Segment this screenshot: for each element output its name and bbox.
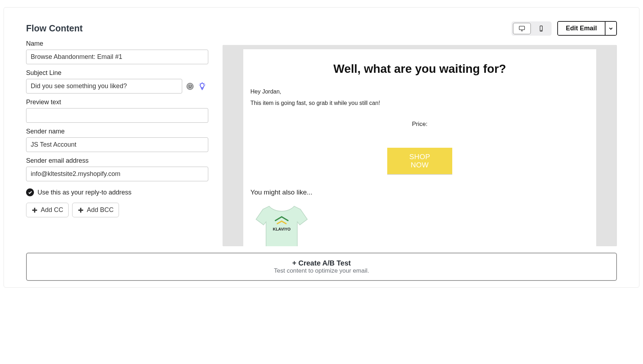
desktop-view-button[interactable] xyxy=(513,23,531,34)
add-cc-label: Add CC xyxy=(41,206,63,214)
shop-now-button[interactable]: SHOP NOW xyxy=(387,148,452,174)
also-like-heading: You might also like... xyxy=(250,188,589,196)
edit-email-button[interactable]: Edit Email xyxy=(558,22,605,35)
subject-input[interactable] xyxy=(26,79,182,93)
add-bcc-button[interactable]: Add BCC xyxy=(72,203,119,217)
ab-test-subtitle: Test content to optimize your email. xyxy=(30,267,613,274)
chevron-down-icon xyxy=(609,26,613,31)
emoji-icon[interactable] xyxy=(186,82,194,91)
svg-text:KLAVIYO: KLAVIYO xyxy=(273,227,291,231)
check-icon xyxy=(26,188,34,196)
edit-email-dropdown[interactable] xyxy=(605,22,616,35)
mobile-view-button[interactable] xyxy=(532,23,550,34)
email-preview-frame: Well, what are you waiting for? Hey Jord… xyxy=(223,45,617,246)
preview-text-input[interactable] xyxy=(26,108,208,123)
sender-email-label: Sender email address xyxy=(26,157,208,165)
email-body-line: This item is going fast, so grab it whil… xyxy=(250,100,589,106)
name-input[interactable] xyxy=(26,50,208,64)
mobile-icon xyxy=(538,25,545,32)
name-field-group: Name xyxy=(26,40,208,64)
reply-to-checkbox-row[interactable]: Use this as your reply-to address xyxy=(26,188,208,196)
preview-text-label: Preview text xyxy=(26,98,208,106)
subject-label: Subject Line xyxy=(26,69,208,77)
edit-email-split-button: Edit Email xyxy=(557,21,617,36)
email-preview-body: Well, what are you waiting for? Hey Jord… xyxy=(243,49,596,246)
sender-email-input[interactable] xyxy=(26,167,208,181)
tshirt-icon: KLAVIYO xyxy=(250,201,313,246)
subject-field-group: Subject Line xyxy=(26,69,208,93)
sender-email-field-group: Sender email address xyxy=(26,157,208,181)
product-thumbnail: KLAVIYO xyxy=(250,201,313,246)
desktop-icon xyxy=(518,25,525,32)
name-label: Name xyxy=(26,40,208,47)
svg-point-2 xyxy=(541,30,541,30)
email-greeting: Hey Jordan, xyxy=(250,89,589,95)
add-cc-button[interactable]: Add CC xyxy=(26,203,69,217)
device-toggle xyxy=(512,21,552,36)
create-ab-test-button[interactable]: + Create A/B Test Test content to optimi… xyxy=(26,253,617,281)
reply-to-label: Use this as your reply-to address xyxy=(38,189,131,196)
email-headline: Well, what are you waiting for? xyxy=(250,62,589,76)
lightbulb-icon[interactable] xyxy=(198,82,206,91)
svg-rect-0 xyxy=(519,26,524,30)
page-title: Flow Content xyxy=(26,23,208,34)
email-price-label: Price: xyxy=(250,121,589,128)
preview-text-field-group: Preview text xyxy=(26,98,208,123)
add-bcc-label: Add BCC xyxy=(87,206,114,214)
sender-name-label: Sender name xyxy=(26,128,208,135)
sender-name-input[interactable] xyxy=(26,137,208,152)
ab-test-title: + Create A/B Test xyxy=(30,259,613,267)
sender-name-field-group: Sender name xyxy=(26,128,208,152)
